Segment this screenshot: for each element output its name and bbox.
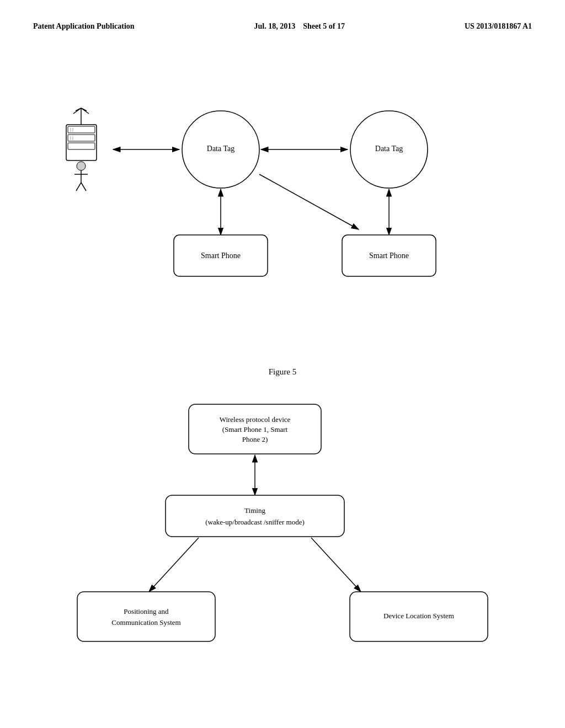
figure5-label: Figure 5 xyxy=(33,367,532,377)
header-sheet: Sheet 5 of 17 xyxy=(303,22,345,30)
svg-point-8 xyxy=(77,162,86,170)
timing-label-2: (wake-up/broadcast /sniffer mode) xyxy=(205,518,305,526)
figure5-svg: Data Tag Data Tag Smart Phone Smart Phon… xyxy=(33,53,532,318)
wireless-label-2: (Smart Phone 1, Smart xyxy=(222,425,288,433)
positioning-label-1: Positioning and xyxy=(124,607,169,615)
svg-line-16 xyxy=(73,108,81,114)
smart-phone-left-label: Smart Phone xyxy=(201,251,241,260)
smart-phone-right-label: Smart Phone xyxy=(369,251,409,260)
header-left: Patent Application Publication xyxy=(33,22,135,31)
svg-line-21 xyxy=(259,174,359,229)
server-icon xyxy=(66,108,97,191)
data-tag-left-label: Data Tag xyxy=(207,144,234,153)
svg-line-11 xyxy=(76,183,81,191)
figure6-diagram: Wireless protocol device (Smart Phone 1,… xyxy=(33,393,532,724)
figure5-diagram: Data Tag Data Tag Smart Phone Smart Phon… xyxy=(33,53,532,362)
wireless-label-1: Wireless protocol device xyxy=(220,415,291,424)
wireless-label-3: Phone 2) xyxy=(242,435,268,443)
svg-line-12 xyxy=(81,183,86,191)
positioning-label-2: Communication System xyxy=(111,618,180,627)
svg-rect-2 xyxy=(68,135,95,141)
page-header: Patent Application Publication Jul. 18, … xyxy=(0,0,565,42)
positioning-box xyxy=(77,592,215,641)
timing-box xyxy=(166,495,344,537)
svg-line-29 xyxy=(149,538,199,592)
svg-line-17 xyxy=(81,108,89,114)
header-date: Jul. 18, 2013 xyxy=(254,22,295,30)
data-tag-right-label: Data Tag xyxy=(375,144,403,153)
header-center: Jul. 18, 2013 Sheet 5 of 17 xyxy=(254,22,345,31)
svg-rect-1 xyxy=(68,126,95,133)
header-right: US 2013/0181867 A1 xyxy=(465,22,532,31)
svg-line-30 xyxy=(311,538,361,592)
timing-label-1: Timing xyxy=(244,506,265,515)
figure6-svg: Wireless protocol device (Smart Phone 1,… xyxy=(33,393,532,702)
svg-rect-3 xyxy=(68,143,95,149)
device-location-label: Device Location System xyxy=(383,612,454,620)
